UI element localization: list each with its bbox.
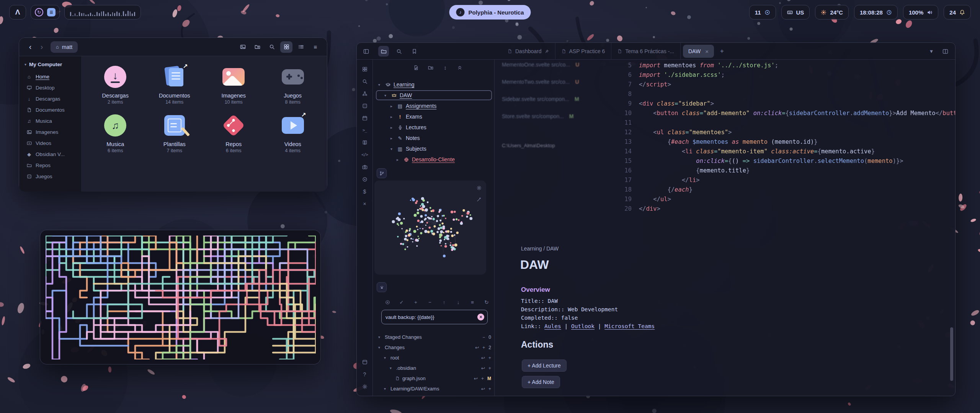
undo-icon[interactable]: ↩ [481,366,485,371]
note-link-outlook[interactable]: Outlook [571,323,595,329]
graph-node[interactable] [440,209,441,210]
graph-node[interactable] [430,207,431,209]
graph-settings-gear-icon[interactable] [475,184,483,192]
graph-node[interactable] [443,232,444,233]
paw-plugin-button[interactable] [377,282,387,292]
graph-node[interactable] [427,231,430,233]
clock-module[interactable]: 18:08:28 [854,5,898,20]
plus-icon[interactable]: + [482,345,485,350]
graph-node[interactable] [422,205,425,208]
graph-node[interactable] [410,200,411,201]
pull-button[interactable]: ↓ [454,298,463,307]
stage-all-button[interactable]: + [411,298,420,307]
folder-documentos[interactable]: ↗Documentos14 items [145,62,204,107]
close-window-ribbon-button[interactable]: × [359,198,371,209]
currency-ribbon-button[interactable]: $ [359,186,371,197]
graph-node[interactable] [392,220,395,223]
graph-node[interactable] [414,214,417,217]
unstage-all-button[interactable]: − [425,298,434,307]
graph-node[interactable] [444,239,445,240]
graph-node[interactable] [440,230,443,233]
graph-node[interactable] [437,215,439,217]
split-layout-icon[interactable] [940,46,951,57]
chevron-icon[interactable]: ▸ [390,104,394,108]
volume-module[interactable]: 100% [903,5,938,20]
random-note-ribbon-button[interactable] [359,100,371,111]
weather-module[interactable]: 24°C [815,5,849,20]
graph-node[interactable] [416,245,418,247]
git-row-graph-json[interactable]: graph.json↩+M [373,373,491,384]
graph-node[interactable] [400,243,402,245]
graph-node[interactable] [427,217,428,218]
chevron-icon[interactable]: ▾ [384,387,388,391]
graph-node[interactable] [410,238,412,240]
folder-repos[interactable]: Repos6 items [204,110,263,156]
graph-node[interactable] [420,228,421,229]
chevron-icon[interactable]: ▸ [390,136,394,140]
graph-node[interactable] [401,228,403,229]
tree-item-learning[interactable]: ▾Learning [373,80,492,89]
graph-node[interactable] [450,228,452,229]
sort-order-button[interactable]: ↕ [440,63,450,73]
graph-node[interactable] [442,215,443,216]
backup-button[interactable] [383,298,392,307]
chevron-icon[interactable]: ▾ [390,366,394,370]
sidebar-item-juegos[interactable]: Juegos [23,171,77,182]
windows-module[interactable]: 11 [749,5,776,20]
push-button[interactable]: ↑ [439,298,449,307]
graph-node[interactable] [409,228,411,230]
graph-node[interactable] [443,255,446,257]
tab-asp-practice-6[interactable]: ASP Practice 6 [555,43,612,60]
collapse-all-button[interactable] [455,63,465,73]
editor-scrollbar[interactable] [950,327,953,381]
developer-ribbon-button[interactable]: </> [359,149,371,160]
sidebar-item-musica[interactable]: ♫Musica [23,115,77,127]
graph-node[interactable] [404,249,406,250]
folder-imagenes[interactable]: Imagenes10 items [204,62,263,107]
graph-node[interactable] [450,231,452,233]
graph-node[interactable] [420,205,421,207]
tab-list-chevron-icon[interactable]: ▾ [926,46,937,57]
chevron-icon[interactable]: ▾ [384,356,388,360]
graph-node[interactable] [467,212,469,215]
graph-node[interactable] [416,200,418,202]
sidebar-item-desktop[interactable]: Desktop [23,82,77,93]
tree-item-lectures[interactable]: ▸Lectures [373,122,492,132]
note-link-microsoft-teams[interactable]: Microsoft Teams [604,323,655,329]
graph-node[interactable] [439,242,441,244]
graph-node[interactable] [438,211,440,213]
tree-item-desarrollo-cliente[interactable]: ▸Desarrollo-Cliente [373,154,492,164]
graph-node[interactable] [405,235,407,237]
git-row-obsidian[interactable]: ▾.obsidian↩+ [373,363,491,373]
graph-node[interactable] [428,226,430,228]
graph-node[interactable] [454,234,455,236]
graph-node[interactable] [404,238,407,241]
clear-message-icon[interactable]: × [477,314,484,320]
workspaces-ribbon-button[interactable] [359,63,371,75]
sidebar-item-descargas[interactable]: ↓Descargas [23,93,77,104]
chevron-icon[interactable]: ▾ [378,335,382,339]
sidebar-item-documentos[interactable]: Documentos [23,104,77,115]
graph-node[interactable] [425,208,428,211]
new-tab-button[interactable]: + [716,46,728,57]
undo-icon[interactable]: ↩ [474,376,478,381]
graph-node[interactable] [400,222,403,224]
graph-node[interactable] [430,230,433,233]
grid-view-button[interactable] [280,41,292,53]
graph-node[interactable] [396,218,398,220]
graph-node[interactable] [462,209,465,211]
graph-node[interactable] [470,214,471,216]
graph-node[interactable] [417,220,420,222]
keyboard-layout-module[interactable]: US [781,5,810,20]
tree-item-exams[interactable]: ▸!Exams [373,112,492,122]
graph-node[interactable] [456,231,459,234]
graph-node[interactable] [436,231,439,233]
vault-ribbon-button[interactable] [359,356,371,367]
folder-videos[interactable]: ↗Videos4 items [263,110,323,156]
reading-view-ribbon-button[interactable] [359,137,371,148]
graph-node[interactable] [445,218,446,219]
plus-icon[interactable]: + [488,386,491,392]
graph-node[interactable] [450,242,451,243]
graph-node[interactable] [441,245,442,246]
graph-node[interactable] [415,202,417,204]
